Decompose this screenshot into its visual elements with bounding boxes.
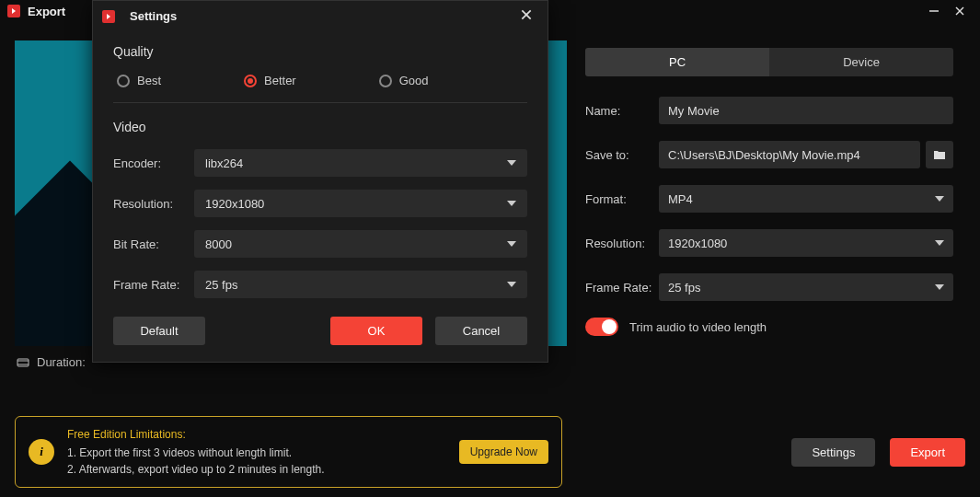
quality-best-label: Best [137,74,161,87]
trim-audio-toggle[interactable] [585,318,618,336]
close-icon [520,8,533,21]
format-select[interactable]: MP4 [659,185,953,213]
cancel-button[interactable]: Cancel [435,317,527,345]
framerate-select[interactable]: 25 fps [659,273,953,301]
window-title: Export [28,5,65,18]
dlg-resolution-select[interactable]: 1920x1080 [194,190,527,217]
framerate-label: Frame Rate: [585,281,659,295]
quality-radio-best[interactable]: Best [117,74,161,87]
dlg-framerate-label: Frame Rate: [113,278,194,292]
bitrate-value: 8000 [205,237,232,251]
dlg-framerate-value: 25 fps [205,278,237,292]
quality-radio-better[interactable]: Better [244,74,296,87]
bitrate-label: Bit Rate: [113,237,194,251]
tab-pc[interactable]: PC [585,48,769,76]
quality-section-title: Quality [113,44,527,59]
settings-button[interactable]: Settings [791,438,875,467]
duration-icon [17,356,29,369]
name-input[interactable]: My Movie [659,97,953,124]
export-button[interactable]: Export [890,438,965,467]
quality-better-label: Better [264,74,296,87]
resolution-select[interactable]: 1920x1080 [659,229,953,257]
limitations-line2: 2. Afterwards, export video up to 2 minu… [67,461,446,478]
encoder-label: Encoder: [113,156,194,170]
default-button[interactable]: Default [113,317,205,345]
dlg-framerate-select[interactable]: 25 fps [194,271,527,298]
saveto-input[interactable]: C:\Users\BJ\Desktop\My Movie.mp4 [659,141,920,168]
video-section-title: Video [113,120,527,134]
close-button[interactable] [947,2,973,20]
dialog-app-icon [102,10,115,23]
dlg-resolution-value: 1920x1080 [205,197,264,211]
dialog-title: Settings [130,9,177,23]
dialog-close-button[interactable] [514,6,538,26]
tab-device[interactable]: Device [769,48,953,76]
encoder-value: libx264 [205,156,243,170]
format-label: Format: [585,192,659,206]
bitrate-select[interactable]: 8000 [194,230,527,258]
quality-good-label: Good [399,74,429,87]
settings-dialog: Settings Quality Best Better Good Video … [92,0,548,363]
duration-label: Duration: [37,355,86,369]
free-limitations-banner: i Free Edition Limitations: 1. Export th… [15,416,562,488]
format-value: MP4 [668,192,693,206]
dlg-resolution-label: Resolution: [113,197,194,211]
trim-audio-label: Trim audio to video length [629,320,767,334]
resolution-label: Resolution: [585,237,659,250]
saveto-value: C:\Users\BJ\Desktop\My Movie.mp4 [668,148,860,162]
target-tabs: PC Device [585,48,953,76]
name-value: My Movie [668,104,720,118]
minimize-button[interactable] [921,2,947,20]
encoder-select[interactable]: libx264 [194,149,527,177]
saveto-label: Save to: [585,148,659,162]
name-label: Name: [585,104,659,118]
limitations-title: Free Edition Limitations: [67,426,446,443]
info-icon: i [29,439,54,465]
framerate-value: 25 fps [668,281,700,295]
app-icon [7,5,20,17]
folder-icon [933,148,946,161]
browse-button[interactable] [926,141,953,168]
svg-rect-4 [17,359,29,366]
resolution-value: 1920x1080 [668,237,727,250]
upgrade-button[interactable]: Upgrade Now [459,440,548,464]
ok-button[interactable]: OK [330,317,422,345]
limitations-line1: 1. Export the first 3 videos without len… [67,445,446,461]
quality-radio-good[interactable]: Good [379,74,429,87]
